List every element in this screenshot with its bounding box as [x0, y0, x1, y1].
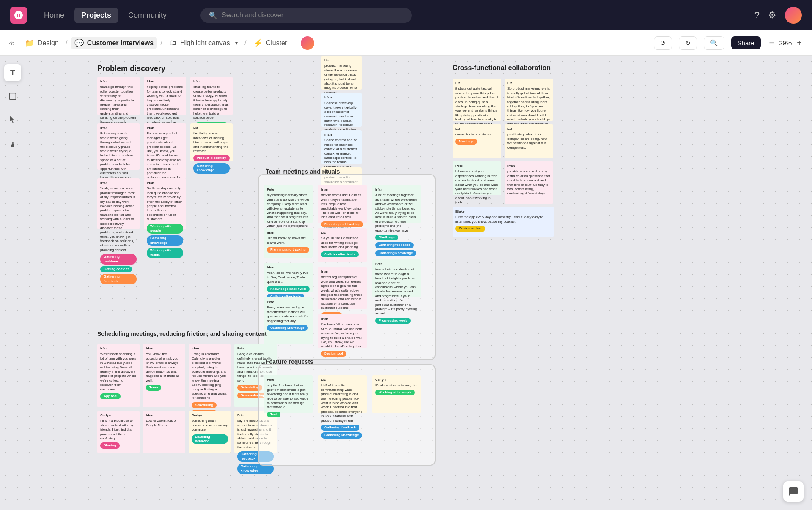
card-irfan-tm3[interactable]: Irfan they're teams use Trello as well i…: [318, 185, 367, 223]
card-irfan-cf1[interactable]: Irfan provide any context or any extra c…: [505, 161, 553, 204]
nav-links: Home Projects Community: [37, 8, 173, 23]
card-blake-cf1[interactable]: Blake I use the app every day and honest…: [453, 207, 554, 237]
top-navigation: Home Projects Community 🔍 ? ⚙: [0, 0, 812, 30]
nav-community[interactable]: Community: [121, 8, 173, 23]
zoom-level: 29%: [779, 39, 792, 46]
card-irfan-sc2[interactable]: Irfan You know, the occasional email, yo…: [143, 344, 185, 407]
card-irfan-sc3[interactable]: Irfan Living in calendars, Calendly is a…: [189, 344, 231, 407]
chat-fab-button[interactable]: [783, 481, 804, 502]
breadcrumb-cluster[interactable]: ⚡ Cluster: [250, 37, 291, 49]
card-irfan-3[interactable]: Irfan enabling teams to create better pr…: [190, 77, 233, 115]
card-irfan-6[interactable]: Irfan Yeah, so my role as a product mana…: [97, 178, 140, 229]
card-irfan-sc4[interactable]: Irfan Lots of Zoom, lots of Google Meets…: [143, 411, 185, 453]
nav-projects[interactable]: Projects: [74, 8, 118, 23]
chat-icon: 💬: [74, 38, 84, 48]
zoom-in-button[interactable]: +: [795, 36, 804, 49]
breadcrumb-highlight-canvas[interactable]: 🗂 Highlight canvas ▾: [166, 37, 241, 49]
card-irfan-7[interactable]: Irfan So those days actually look quite …: [144, 178, 186, 229]
card-irfan-2[interactable]: Irfan helping define problems for teams …: [144, 77, 186, 115]
breadcrumb-bar: ≪ 📁 Design / 💬 Customer interviews / 🗂 H…: [0, 30, 812, 56]
text-tool[interactable]: [4, 64, 21, 81]
nav-home[interactable]: Home: [37, 8, 71, 23]
breadcrumb-customer-label: Customer interviews: [87, 39, 154, 47]
nav-actions: ? ⚙: [754, 7, 802, 24]
canvas-content: Problem discovery Irfan teams go through…: [25, 56, 812, 510]
card-carlyn-sc1[interactable]: Carlyn I find it a bit difficult to shar…: [97, 411, 140, 453]
card-irfan-tm5[interactable]: Irfan I've been falling back to a Miro, …: [318, 314, 367, 348]
card-liz-r1[interactable]: Liz product marketing should be a consum…: [321, 56, 362, 90]
problem-discovery-section: Problem discovery Irfan teams go through…: [97, 64, 165, 80]
card-liz-cf3[interactable]: Liz connector in a business. Meetings: [453, 124, 501, 158]
breadcrumb-cluster-label: Cluster: [266, 39, 288, 47]
scheduling-section: Scheduling meetings, reducing friction, …: [97, 330, 277, 453]
breadcrumb-design[interactable]: 📁 Design: [22, 37, 62, 49]
card-pete-tm1[interactable]: Pete my morning normally starts with sta…: [264, 185, 313, 223]
card-pete-cf1[interactable]: Pete bit more about your experiences wor…: [453, 161, 501, 195]
breadcrumb-canvas-label: Highlight canvas: [180, 39, 230, 47]
folder-icon: 📁: [25, 38, 34, 48]
breadcrumb-sep-3: /: [244, 38, 247, 47]
app-logo[interactable]: [10, 7, 27, 24]
shape-tool[interactable]: [4, 88, 21, 105]
breadcrumb-sep-1: /: [66, 38, 68, 47]
undo-button[interactable]: ↺: [654, 36, 672, 50]
card-liz-tm1[interactable]: Liz So you'll find Confluence used for w…: [318, 228, 367, 262]
select-tool[interactable]: [4, 112, 21, 128]
card-pete-tm3[interactable]: Pete teams build a collection of these w…: [372, 259, 421, 297]
card-irfan-5[interactable]: Irfan For me as a product manager I get …: [144, 123, 186, 178]
card-liz-fr1[interactable]: Liz Half of it was like communicating wh…: [318, 375, 367, 413]
card-irfan-sc1[interactable]: Irfan We've been spending a lot of time …: [97, 344, 140, 407]
help-button[interactable]: ?: [754, 10, 760, 21]
cross-functional-title: Cross-functional collaboration: [453, 64, 554, 72]
zoom-controls: − 29% +: [768, 36, 804, 49]
svg-rect-0: [10, 93, 16, 100]
cross-functional-section: Cross-functional collaboration Liz it st…: [453, 64, 554, 240]
feature-requests-title: Feature requests: [266, 358, 313, 365]
breadcrumb-sep-2: /: [160, 38, 162, 47]
breadcrumb-actions: ↺ ↻ 🔍 Share − 29% +: [654, 36, 804, 50]
settings-button[interactable]: ⚙: [768, 10, 776, 21]
team-meetings-title: Team meetings and rituals: [266, 168, 340, 175]
redo-button[interactable]: ↻: [679, 36, 697, 50]
card-irfan-r1[interactable]: Irfan So those discovery days, they're t…: [321, 93, 362, 127]
breadcrumb-design-label: Design: [38, 39, 59, 47]
card-irfan-4[interactable]: Irfan But some projects where we're goin…: [97, 123, 140, 170]
card-liz-cf1[interactable]: Liz it starts out quite tactical where t…: [453, 79, 501, 121]
left-toolbar: [0, 56, 25, 510]
team-meetings-group: Team meetings and rituals Pete my mornin…: [258, 174, 436, 360]
search-input[interactable]: [222, 11, 403, 19]
canvas-icon: 🗂: [169, 38, 177, 47]
search-button[interactable]: 🔍: [704, 36, 724, 50]
card-liz-cf2[interactable]: Liz So product marketers role is to real…: [505, 79, 553, 121]
card-pete-fr1[interactable]: Pete say the feedback that we get from c…: [264, 375, 313, 413]
card-irfan-r2[interactable]: Irfan So the context can be mixed for bu…: [321, 130, 362, 164]
breadcrumb-user-avatar[interactable]: [297, 35, 318, 52]
card-carlyn-fr1[interactable]: Carlyn It's also not clear to me, the Wo…: [372, 375, 421, 413]
problem-discovery-title: Problem discovery: [97, 64, 165, 73]
expand-icon[interactable]: ≪: [8, 40, 15, 46]
scheduling-title: Scheduling meetings, reducing friction, …: [97, 330, 277, 337]
card-irfan-1[interactable]: Irfan teams go through this roller coast…: [97, 77, 140, 115]
card-irfan-tm2[interactable]: Irfan Yeah, so so, we heavily live in Ji…: [264, 263, 313, 292]
cluster-icon: ⚡: [253, 38, 263, 48]
zoom-out-button[interactable]: −: [768, 36, 776, 49]
breadcrumb-customer-interviews[interactable]: 💬 Customer interviews: [71, 37, 157, 49]
card-irfan-tm6[interactable]: Irfan A lot of meetings together as a te…: [372, 185, 421, 223]
share-button[interactable]: Share: [731, 36, 761, 49]
pan-tool[interactable]: [4, 135, 21, 152]
feature-requests-group: Feature requests Pete say the feedback t…: [258, 364, 436, 466]
canvas-area: Problem discovery Irfan teams go through…: [0, 56, 812, 510]
card-liz-1[interactable]: Liz facilitating some interviews or help…: [190, 123, 233, 161]
search-icon: 🔍: [209, 11, 217, 19]
card-liz-cf4[interactable]: Liz positioning, what other companies ar…: [505, 124, 553, 158]
card-irfan-tm1[interactable]: Irfan Jira for breaking down the teams w…: [264, 228, 313, 258]
card-irfan-tm4[interactable]: Irfan there's regular sprints of work th…: [318, 267, 367, 309]
card-carlyn-sc2[interactable]: Carlyn something that I consume content …: [189, 411, 231, 453]
search-bar: 🔍: [200, 8, 412, 23]
chevron-down-icon: ▾: [235, 40, 238, 46]
avatar[interactable]: [785, 7, 802, 24]
